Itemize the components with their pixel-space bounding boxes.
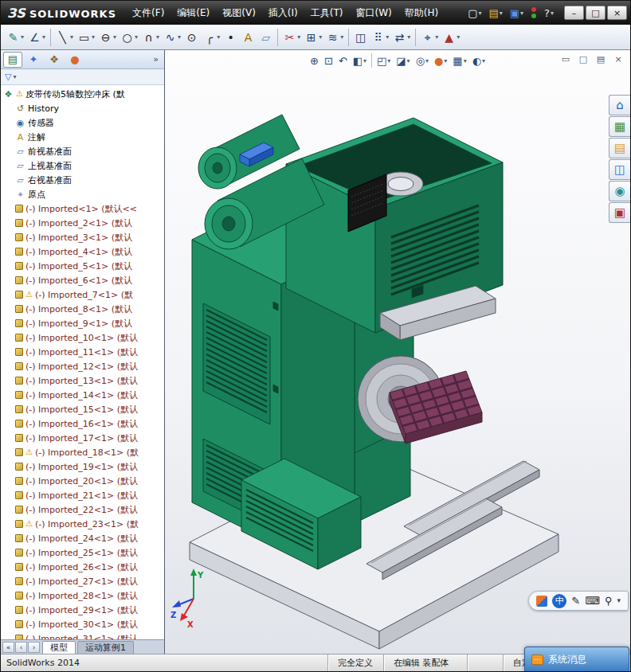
tree-item[interactable]: (-) Imported<1> (默认<< (1, 201, 164, 216)
smart-dimension-button[interactable]: ∠▾ (26, 27, 47, 48)
rectangle-button[interactable]: ▭▾ (76, 27, 96, 48)
tree-item[interactable]: (-) Imported_30<1> (默认 (1, 617, 164, 631)
tab-displaymanager[interactable]: ● (65, 52, 84, 68)
tree-item[interactable]: A注解 (1, 130, 164, 144)
menu-help[interactable]: 帮助(H) (398, 1, 445, 25)
solidworks-resources-icon[interactable]: ⌂ (609, 95, 630, 115)
tree-item[interactable]: ↺History (1, 101, 164, 115)
tree-item[interactable]: (-) Imported_6<1> (默认 (1, 273, 164, 287)
tree-item[interactable]: (-) Imported_5<1> (默认 (1, 259, 164, 273)
fillet-button[interactable]: ╭▾ (201, 27, 221, 48)
tree-item[interactable]: ▱右视基准面 (1, 173, 164, 187)
tree-item[interactable]: (-) Imported_27<1> (默认 (1, 574, 164, 588)
tab-scroll-right[interactable]: › (28, 642, 40, 653)
menu-view[interactable]: 视图(V) (216, 1, 262, 25)
tree-item[interactable]: (-) Imported_2<1> (默认 (1, 216, 164, 230)
ellipse-button[interactable]: ⊙ (183, 27, 200, 48)
new-document-button[interactable]: ▢▾ (465, 6, 484, 21)
tab-scroll-first[interactable]: « (2, 642, 14, 653)
system-message-popup[interactable]: ⋯ 系统消息 (524, 647, 629, 671)
tree-item[interactable]: ⚠(-) Imported_18<1> (默 (1, 445, 164, 459)
zoom-to-fit-button[interactable]: ⊕ (308, 52, 321, 69)
design-library-icon[interactable]: ▦ (609, 116, 630, 137)
menu-edit[interactable]: 编辑(E) (170, 1, 216, 25)
text-button[interactable]: A (240, 27, 257, 48)
tree-item[interactable]: (-) Imported_4<1> (默认 (1, 244, 164, 259)
open-document-button[interactable]: ▤▾ (486, 6, 504, 21)
previous-view-button[interactable]: ↶ (336, 52, 350, 69)
tab-model[interactable]: 模型 (42, 641, 76, 654)
convert-entities-button[interactable]: ⊞▾ (303, 27, 323, 48)
tree-item[interactable]: ⚠(-) Imported_23<1> (默 (1, 517, 164, 531)
tree-item[interactable]: (-) Imported_31<1> (默认 (1, 631, 164, 639)
maximize-button[interactable]: □ (586, 6, 606, 20)
tree-item[interactable]: (-) Imported_21<1> (默认 (1, 488, 164, 502)
display-relations-button[interactable]: ⌖▾ (419, 27, 440, 48)
solidworks-rx-button[interactable] (528, 7, 539, 18)
tree-item[interactable]: (-) Imported_24<1> (默认 (1, 531, 164, 545)
menu-file[interactable]: 文件(F) (126, 1, 170, 25)
section-view-button[interactable]: ◧▾ (351, 52, 369, 69)
orientation-triad[interactable]: Y Z X (170, 564, 218, 629)
panel-chevron-icon[interactable]: » (150, 54, 162, 64)
tab-propertymanager[interactable]: ✦ (24, 52, 43, 68)
chinese-input-icon[interactable]: 中 (552, 594, 566, 608)
tree-item[interactable]: (-) Imported_29<1> (默认 (1, 603, 164, 617)
graphics-area[interactable]: ⊕⊡↶◧▾◰▾◪▾◎▾●▾▦▾◐▾ ▭□▤× ⌂▦▤◫◉▣ Y Z X 中✎⌨⚲… (165, 50, 630, 654)
document-close-icon[interactable]: × (611, 53, 625, 65)
view-palette-icon[interactable]: ◫ (609, 159, 630, 180)
close-button[interactable]: × (607, 6, 627, 20)
point-button[interactable]: • (222, 27, 239, 48)
menu-tools[interactable]: 工具(T) (304, 1, 350, 25)
tree-item[interactable]: (-) Imported_13<1> (默认 (1, 373, 164, 388)
tab-featuremanager[interactable]: ▤ (3, 52, 22, 68)
tree-filter-row[interactable]: ▽ ▾ (1, 69, 164, 85)
appearances-scenes-icon[interactable]: ◉ (609, 181, 630, 201)
tree-item[interactable]: (-) Imported_15<1> (默认 (1, 402, 164, 416)
tab-scroll-left[interactable]: ‹ (15, 642, 27, 653)
hide-show-items-button[interactable]: ◎▾ (413, 52, 431, 69)
document-minimize-icon[interactable]: ▭ (558, 53, 573, 65)
tree-item[interactable]: ⌖原点 (1, 187, 164, 201)
tree-item[interactable]: (-) Imported_22<1> (默认 (1, 502, 164, 517)
options-icon[interactable]: ▾ (617, 597, 621, 604)
tree-item[interactable]: (-) Imported_28<1> (默认 (1, 588, 164, 603)
custom-properties-icon[interactable]: ▣ (609, 202, 630, 223)
menu-insert[interactable]: 插入(I) (262, 1, 304, 25)
tree-item[interactable]: (-) Imported_8<1> (默认 (1, 302, 164, 316)
save-button[interactable]: ▣▾ (508, 6, 526, 21)
arc-button[interactable]: ∩▾ (140, 27, 161, 48)
model-3d-view[interactable] (165, 50, 630, 654)
sketch-button[interactable]: ✎▾ (5, 27, 25, 48)
help-button[interactable]: ?▾ (542, 6, 556, 21)
tree-item[interactable]: (-) Imported_11<1> (默认 (1, 345, 164, 359)
document-tile-icon[interactable]: ▤ (594, 53, 608, 65)
linear-pattern-button[interactable]: ⠿▾ (370, 27, 390, 48)
spline-button[interactable]: ∿▾ (162, 27, 182, 48)
document-restore-icon[interactable]: □ (576, 53, 590, 65)
display-style-button[interactable]: ◪▾ (394, 52, 412, 69)
circle-button[interactable]: ○▾ (119, 27, 139, 48)
plane-button[interactable]: ▱ (257, 27, 274, 48)
offset-entities-button[interactable]: ≋▾ (324, 27, 345, 48)
soft-keyboard-icon[interactable]: ⌨ (585, 596, 600, 606)
tree-item[interactable]: (-) Imported_10<1> (默认 (1, 330, 164, 345)
edit-appearance-button[interactable]: ●▾ (432, 52, 449, 69)
tree-item[interactable]: (-) Imported_16<1> (默认 (1, 416, 164, 431)
tree-item[interactable]: (-) Imported_12<1> (默认 (1, 359, 164, 373)
tree-item[interactable]: (-) Imported_19<1> (默认 (1, 459, 164, 474)
menu-window[interactable]: 窗口(W) (349, 1, 398, 25)
microphone-icon[interactable]: ⚲ (605, 596, 613, 606)
language-bar[interactable]: 中✎⌨⚲▾ (528, 591, 629, 611)
tree-item[interactable]: ◉传感器 (1, 115, 164, 130)
tab-motion-study[interactable]: 运动算例1 (77, 641, 134, 654)
slot-button[interactable]: ⊖▾ (97, 27, 118, 48)
tree-item[interactable]: (-) Imported_14<1> (默认 (1, 388, 164, 402)
tree-item[interactable]: (-) Imported_26<1> (默认 (1, 560, 164, 574)
view-orientation-button[interactable]: ◰▾ (374, 52, 393, 69)
trim-entities-button[interactable]: ✂▾ (281, 27, 302, 48)
tree-item[interactable]: ▱前视基准面 (1, 144, 164, 158)
file-explorer-icon[interactable]: ▤ (609, 138, 630, 158)
tree-item[interactable]: ▱上视基准面 (1, 158, 164, 173)
rapid-sketch-button[interactable]: ▲▾ (441, 27, 461, 48)
